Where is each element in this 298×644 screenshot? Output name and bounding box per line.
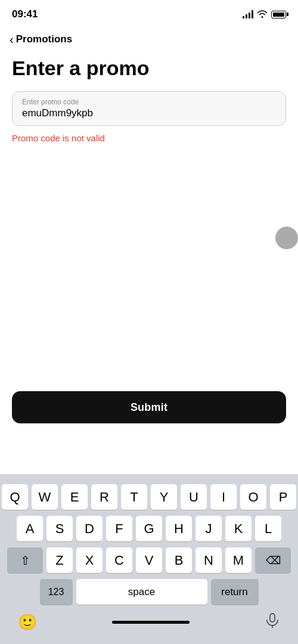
key-v[interactable]: V — [136, 547, 162, 573]
key-k[interactable]: K — [225, 516, 252, 541]
key-s[interactable]: S — [46, 516, 73, 541]
floating-handle — [275, 227, 298, 249]
key-i[interactable]: I — [210, 484, 237, 510]
battery-icon — [271, 11, 286, 18]
keyboard-row-2: A S D F G H J K L — [0, 513, 298, 544]
key-w[interactable]: W — [32, 484, 58, 510]
keyboard-top-bar — [0, 474, 298, 481]
shift-key[interactable]: ⇧ — [7, 547, 43, 573]
emoji-icon[interactable]: 🙂 — [18, 613, 37, 631]
key-f[interactable]: F — [106, 516, 132, 541]
keyboard: Q W E R T Y U I O P A S D F G H J K L ⇧ … — [0, 474, 298, 644]
mic-icon[interactable] — [265, 612, 280, 632]
status-icons — [243, 10, 286, 20]
key-h[interactable]: H — [166, 516, 192, 541]
shift-icon: ⇧ — [20, 553, 30, 568]
key-t[interactable]: T — [121, 484, 147, 510]
key-o[interactable]: O — [240, 484, 266, 510]
page-title: Enter a promo — [12, 57, 286, 79]
key-p[interactable]: P — [270, 484, 296, 510]
key-d[interactable]: D — [76, 516, 103, 541]
home-indicator — [112, 621, 190, 624]
key-q[interactable]: Q — [2, 484, 28, 510]
key-j[interactable]: J — [195, 516, 222, 541]
wifi-icon — [257, 10, 268, 20]
keyboard-emoji-row: 🙂 — [0, 608, 298, 644]
main-content: Enter a promo Enter promo code Promo cod… — [0, 52, 298, 143]
key-g[interactable]: G — [136, 516, 162, 541]
back-chevron-icon: ‹ — [10, 33, 14, 45]
key-b[interactable]: B — [166, 547, 192, 573]
keyboard-row-4: 123 space return — [0, 576, 298, 608]
promo-input-container[interactable]: Enter promo code — [12, 91, 286, 126]
nums-key[interactable]: 123 — [40, 579, 73, 605]
status-time: 09:41 — [12, 8, 38, 20]
space-key[interactable]: space — [76, 579, 207, 605]
key-e[interactable]: E — [61, 484, 88, 510]
key-m[interactable]: M — [225, 547, 252, 573]
delete-key[interactable]: ⌫ — [255, 547, 291, 573]
keyboard-row-3: ⇧ Z X C V B N M ⌫ — [0, 544, 298, 576]
return-key[interactable]: return — [211, 579, 259, 605]
key-z[interactable]: Z — [46, 547, 73, 573]
key-l[interactable]: L — [255, 516, 281, 541]
promo-input[interactable] — [22, 107, 276, 119]
keyboard-row-1: Q W E R T Y U I O P — [0, 481, 298, 513]
key-n[interactable]: N — [195, 547, 222, 573]
key-c[interactable]: C — [106, 547, 132, 573]
back-button[interactable]: ‹ Promotions — [10, 33, 72, 45]
error-message: Promo code is not valid — [12, 133, 286, 143]
signal-icon — [243, 10, 253, 18]
delete-icon: ⌫ — [266, 554, 281, 567]
promo-input-label: Enter promo code — [22, 98, 276, 106]
svg-rect-0 — [270, 614, 275, 622]
back-label: Promotions — [16, 33, 72, 45]
key-y[interactable]: Y — [151, 484, 177, 510]
key-x[interactable]: X — [76, 547, 103, 573]
key-a[interactable]: A — [17, 516, 43, 541]
status-bar: 09:41 — [0, 0, 298, 26]
submit-button[interactable]: Submit — [12, 391, 286, 423]
key-r[interactable]: R — [91, 484, 117, 510]
key-u[interactable]: U — [181, 484, 207, 510]
nav-bar: ‹ Promotions — [0, 26, 298, 52]
